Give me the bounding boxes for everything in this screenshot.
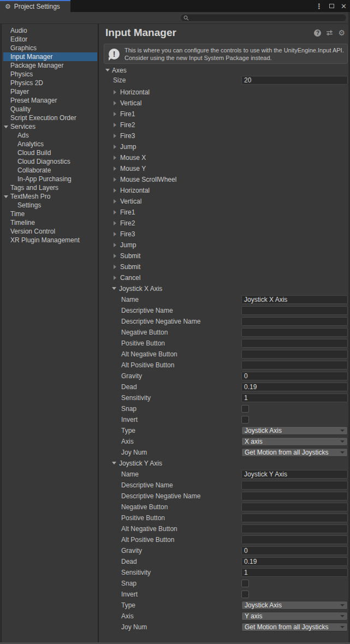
sidebar-item-in-app-purchasing[interactable]: In-App Purchasing [3, 175, 97, 183]
invert-checkbox[interactable] [241, 591, 249, 598]
foldout-closed-triangle-icon[interactable] [114, 199, 116, 204]
descriptive-negative-name-field[interactable] [241, 492, 348, 500]
preset-icon[interactable] [326, 29, 333, 36]
sidebar-item-ads[interactable]: Ads [3, 131, 97, 140]
sidebar-item-xr-plugin-management[interactable]: XR Plugin Management [3, 236, 97, 245]
size-field[interactable]: 20 [241, 76, 348, 85]
foldout-closed-triangle-icon[interactable] [114, 90, 116, 94]
alt-positive-button-field[interactable] [241, 361, 348, 369]
foldout-closed-triangle-icon[interactable] [114, 188, 116, 193]
axis-foldout-submit-16[interactable]: Submit [99, 263, 350, 271]
sidebar-item-quality[interactable]: Quality [3, 105, 97, 114]
sidebar-item-script-execution-order[interactable]: Script Execution Order [3, 114, 97, 122]
axis-foldout-horizontal-9[interactable]: Horizontal [99, 186, 350, 195]
sidebar-item-analytics[interactable]: Analytics [3, 140, 97, 148]
positive-button-field[interactable] [241, 514, 348, 522]
gravity-field[interactable]: 0 [241, 372, 348, 380]
foldout-closed-triangle-icon[interactable] [114, 221, 116, 225]
sidebar-item-services[interactable]: Services [3, 122, 97, 131]
axis-foldout-jump-5[interactable]: Jump [99, 142, 350, 151]
sensitivity-field[interactable]: 1 [241, 393, 348, 402]
axis-foldout-joystick-y-axis[interactable]: Joystick Y Axis [99, 459, 350, 468]
alt-negative-button-field[interactable] [241, 524, 348, 533]
sidebar-item-audio[interactable]: Audio [3, 26, 97, 35]
foldout-closed-triangle-icon[interactable] [114, 123, 116, 127]
axis-foldout-mouse-scrollwheel-8[interactable]: Mouse ScrollWheel [99, 175, 350, 184]
help-icon[interactable]: ? [314, 29, 321, 37]
dead-field[interactable]: 0.19 [241, 383, 348, 391]
alt-positive-button-field[interactable] [241, 535, 348, 544]
axis-foldout-vertical-10[interactable]: Vertical [99, 197, 350, 206]
type-dropdown[interactable]: Joystick Axis [241, 601, 348, 610]
foldout-open-triangle-icon[interactable] [112, 462, 116, 464]
axis-foldout-jump-14[interactable]: Jump [99, 241, 350, 249]
sidebar-item-textmesh-pro[interactable]: TextMesh Pro [3, 192, 97, 201]
sidebar-item-collaborate[interactable]: Collaborate [3, 166, 97, 175]
axis-foldout-cancel-17[interactable]: Cancel [99, 273, 350, 282]
snap-checkbox[interactable] [241, 405, 249, 413]
sidebar-item-settings[interactable]: Settings [3, 201, 97, 210]
sidebar-item-tags-and-layers[interactable]: Tags and Layers [3, 183, 97, 192]
foldout-closed-triangle-icon[interactable] [114, 177, 116, 182]
axis-foldout-fire1-2[interactable]: Fire1 [99, 110, 350, 118]
foldout-open-triangle-icon[interactable] [112, 287, 116, 290]
axis-foldout-mouse-y-7[interactable]: Mouse Y [99, 164, 350, 173]
type-dropdown[interactable]: Joystick Axis [241, 426, 348, 435]
sidebar-item-input-manager[interactable]: Input Manager [3, 52, 97, 61]
axes-foldout[interactable]: Axes [99, 66, 350, 75]
search-input[interactable] [180, 14, 347, 22]
settings-gear-icon[interactable]: ⚙ [338, 29, 345, 37]
foldout-closed-triangle-icon[interactable] [114, 232, 116, 236]
negative-button-field[interactable] [241, 328, 348, 337]
sidebar-item-physics[interactable]: Physics [3, 70, 97, 79]
name-field[interactable]: Joystick Y Axis [241, 470, 348, 479]
foldout-closed-triangle-icon[interactable] [114, 265, 116, 269]
name-field[interactable]: Joystick X Axis [241, 295, 348, 304]
sidebar-scrollbar[interactable] [0, 24, 3, 644]
gravity-field[interactable]: 0 [241, 546, 348, 555]
alt-negative-button-field[interactable] [241, 350, 348, 359]
positive-button-field[interactable] [241, 339, 348, 348]
snap-checkbox[interactable] [241, 580, 249, 587]
foldout-closed-triangle-icon[interactable] [114, 276, 116, 280]
sidebar-item-cloud-build[interactable]: Cloud Build [3, 148, 97, 157]
sidebar-item-package-manager[interactable]: Package Manager [3, 61, 97, 70]
sidebar-item-physics-2d[interactable]: Physics 2D [3, 79, 97, 87]
axis-foldout-fire1-11[interactable]: Fire1 [99, 208, 350, 217]
sidebar-item-editor[interactable]: Editor [3, 35, 97, 44]
sidebar-item-time[interactable]: Time [3, 210, 97, 218]
sidebar-item-graphics[interactable]: Graphics [3, 44, 97, 52]
axis-foldout-horizontal-0[interactable]: Horizontal [99, 88, 350, 97]
foldout-closed-triangle-icon[interactable] [114, 145, 116, 149]
window-menu-icon[interactable]: ⋮ [316, 3, 323, 10]
sensitivity-field[interactable]: 1 [241, 568, 348, 577]
axis-dropdown[interactable]: Y axis [241, 612, 348, 621]
sidebar-item-cloud-diagnostics[interactable]: Cloud Diagnostics [3, 157, 97, 166]
axis-foldout-fire3-4[interactable]: Fire3 [99, 132, 350, 140]
sidebar-item-timeline[interactable]: Timeline [3, 218, 97, 227]
close-icon[interactable]: ✕ [341, 3, 347, 10]
joy-num-dropdown[interactable]: Get Motion from all Joysticks [241, 448, 348, 457]
axis-dropdown[interactable]: X axis [241, 437, 348, 446]
foldout-closed-triangle-icon[interactable] [114, 210, 116, 214]
foldout-closed-triangle-icon[interactable] [114, 156, 116, 160]
foldout-closed-triangle-icon[interactable] [114, 134, 116, 138]
descriptive-name-field[interactable] [241, 306, 348, 315]
axis-foldout-mouse-x-6[interactable]: Mouse X [99, 153, 350, 162]
axis-foldout-fire2-3[interactable]: Fire2 [99, 121, 350, 129]
descriptive-name-field[interactable] [241, 481, 348, 490]
axis-foldout-joystick-x-axis[interactable]: Joystick X Axis [99, 284, 350, 293]
foldout-closed-triangle-icon[interactable] [114, 112, 116, 116]
descriptive-negative-name-field[interactable] [241, 317, 348, 326]
negative-button-field[interactable] [241, 503, 348, 511]
axis-foldout-fire3-13[interactable]: Fire3 [99, 230, 350, 238]
maximize-icon[interactable] [329, 4, 334, 8]
foldout-open-triangle-icon[interactable] [4, 195, 8, 198]
invert-checkbox[interactable] [241, 416, 249, 424]
axis-foldout-vertical-1[interactable]: Vertical [99, 99, 350, 108]
axis-foldout-fire2-12[interactable]: Fire2 [99, 219, 350, 228]
foldout-closed-triangle-icon[interactable] [114, 166, 116, 171]
foldout-closed-triangle-icon[interactable] [114, 243, 116, 247]
foldout-closed-triangle-icon[interactable] [114, 101, 116, 105]
sidebar-item-player[interactable]: Player [3, 87, 97, 96]
